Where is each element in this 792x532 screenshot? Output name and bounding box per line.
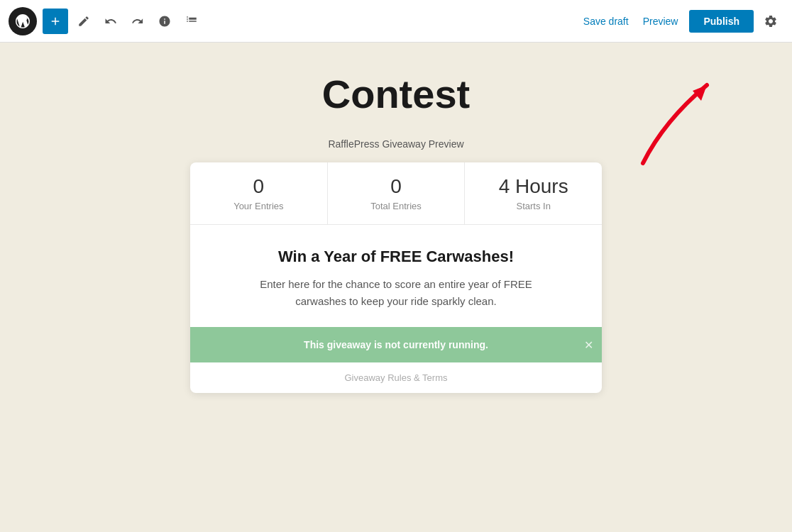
card-description: Enter here for the chance to score an en…	[254, 276, 538, 310]
add-block-button[interactable]	[43, 9, 68, 34]
list-view-button[interactable]	[179, 9, 204, 34]
stat-your-entries: 0 Your Entries	[190, 162, 328, 224]
page-title: Contest	[322, 71, 470, 117]
edit-icon-button[interactable]	[71, 9, 97, 34]
total-entries-number: 0	[390, 175, 402, 198]
time-label: Starts In	[516, 201, 550, 211]
rules-link[interactable]: Giveaway Rules & Terms	[190, 362, 602, 393]
your-entries-label: Your Entries	[233, 201, 283, 211]
redo-button[interactable]	[125, 9, 150, 34]
annotation-arrow	[622, 64, 735, 180]
publish-button[interactable]: Publish	[689, 10, 754, 33]
preview-label: RafflePress Giveaway Preview	[328, 138, 463, 150]
your-entries-number: 0	[253, 175, 265, 198]
top-bar: Save draft Preview Publish	[0, 0, 792, 43]
save-draft-button[interactable]: Save draft	[576, 11, 636, 31]
wordpress-logo[interactable]	[9, 7, 37, 35]
main-content: Contest RafflePress Giveaway Preview 0 Y…	[0, 43, 792, 532]
footer-message: This giveaway is not currently running.	[304, 339, 488, 350]
undo-button[interactable]	[98, 9, 123, 34]
card-title: Win a Year of FREE Carwashes!	[219, 248, 573, 266]
stat-total-entries: 0 Total Entries	[328, 162, 466, 224]
total-entries-label: Total Entries	[370, 201, 422, 211]
time-number: 4 Hours	[499, 175, 568, 198]
info-button[interactable]	[152, 9, 177, 34]
giveaway-card: 0 Your Entries 0 Total Entries 4 Hours S…	[190, 162, 602, 393]
stat-time: 4 Hours Starts In	[465, 162, 602, 224]
close-button[interactable]: ✕	[584, 338, 593, 352]
card-footer: This giveaway is not currently running. …	[190, 327, 602, 362]
preview-button[interactable]: Preview	[636, 11, 686, 31]
stats-row: 0 Your Entries 0 Total Entries 4 Hours S…	[190, 162, 602, 225]
settings-gear-button[interactable]	[758, 9, 783, 34]
card-body: Win a Year of FREE Carwashes! Enter here…	[190, 225, 602, 327]
svg-marker-0	[693, 85, 707, 101]
